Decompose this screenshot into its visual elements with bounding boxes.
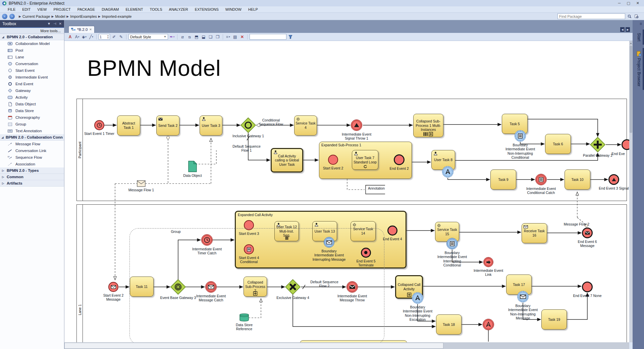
toolbox-item-choreography[interactable]: Choreography <box>0 114 64 121</box>
connector-style-icon[interactable]: ⌗▾ <box>225 34 231 40</box>
space-vert-icon[interactable]: ⬓ <box>201 34 207 40</box>
toolbox-item-data-object[interactable]: Data Object <box>0 101 64 107</box>
hamburger-icon[interactable]: ≡ <box>640 21 642 26</box>
find-package-input[interactable] <box>557 13 625 19</box>
menu-analyzer[interactable]: ANALYZER <box>166 7 191 12</box>
close-icon[interactable]: ✕ <box>636 1 639 5</box>
toolbox-section-header[interactable]: ▷Artifacts <box>0 180 64 187</box>
toolbox-dropdown-icon[interactable]: ▼ <box>47 22 51 26</box>
line-color-icon[interactable]: ╱▾ <box>88 34 94 40</box>
scroll-tabs-right-icon[interactable]: ▶ <box>626 27 630 32</box>
bpmn-event[interactable] <box>94 120 104 130</box>
bpmn-event[interactable] <box>608 174 619 185</box>
scroll-tabs-left-icon[interactable]: ◀ <box>620 27 625 32</box>
align-right-icon[interactable]: ⧅ <box>186 34 193 40</box>
back-button[interactable]: ‹ <box>2 14 7 19</box>
toolbox-item-start-event[interactable]: Start Event <box>0 67 64 74</box>
message-envelope-icon[interactable] <box>137 180 146 187</box>
bpmn-event[interactable] <box>442 166 453 178</box>
toolbox-item-sequence-flow[interactable]: SFSequence Flow <box>0 154 64 161</box>
minimize-icon[interactable]: ─ <box>618 1 621 5</box>
toolbox-item-pool[interactable]: Pool <box>0 47 64 54</box>
diagram-properties-icon[interactable]: ▤ <box>232 34 238 40</box>
toolbox-item-lane[interactable]: Lane <box>0 54 64 60</box>
bpmn-event[interactable] <box>351 119 362 131</box>
toolbox-item-group[interactable]: Group <box>0 121 64 128</box>
bpmn-event[interactable] <box>412 292 423 304</box>
breadcrumb-item[interactable]: Imported-example <box>102 14 132 18</box>
toolbox-item-text-annotation[interactable]: ABCText Annotation <box>0 128 64 134</box>
breadcrumb-item[interactable]: Model <box>55 14 65 18</box>
toolbox-item-conversation-link[interactable]: Conversation Link <box>0 147 64 154</box>
align-left-icon[interactable]: ⧄ <box>179 34 185 40</box>
toolbox-item-data-store[interactable]: Data Store <box>0 107 64 114</box>
bpmn-task[interactable]: Task 10 <box>565 169 590 190</box>
fill-color-icon[interactable]: ◈▾ <box>81 34 87 40</box>
more-tools-link[interactable]: More tools... <box>40 29 61 33</box>
bpmn-event[interactable] <box>582 228 593 238</box>
bpmn-task[interactable]: Collapsed Sub-Process 1 Multi-Instances <box>413 114 443 137</box>
bpmn-connector[interactable] <box>347 179 365 190</box>
bpmn-task[interactable]: Send Task 2 <box>156 115 179 136</box>
breadcrumb[interactable]: ▶Current Package▶Model▶ImportExamples▶Im… <box>19 14 131 18</box>
bpmn-event[interactable] <box>483 319 494 330</box>
toolbar-filter-input[interactable] <box>250 34 286 40</box>
send-back-icon[interactable]: ❐ <box>215 34 221 40</box>
bpmn-task[interactable]: Task 9 <box>490 169 516 190</box>
format-painter-icon[interactable]: ✐ <box>111 34 117 40</box>
bpmn-task[interactable]: Service Task 15 <box>435 222 459 242</box>
menu-window[interactable]: WINDOW <box>222 7 245 12</box>
line-width-stepper[interactable]: 1▲▼ <box>99 34 110 40</box>
delete-icon[interactable]: ✕ <box>239 34 245 40</box>
toolbox-item-collaboration-model[interactable]: Collaboration Model <box>0 40 64 47</box>
toolbox-section-header[interactable]: ▷Common <box>0 174 64 180</box>
toolbox-item-association[interactable]: Association <box>0 161 64 167</box>
bpmn-event[interactable] <box>328 155 338 165</box>
tab-start[interactable]: Start <box>633 30 644 45</box>
scroll-up-icon[interactable]: ▲ <box>629 41 633 45</box>
tab-b20[interactable]: *B.2.0 ✕ <box>68 26 95 33</box>
menu-element[interactable]: ELEMENT <box>122 7 146 12</box>
menu-project[interactable]: PROJECT <box>50 7 73 12</box>
bpmn-task[interactable]: User Task 8 <box>431 150 455 170</box>
pin-icon[interactable]: ⊣ <box>53 22 56 26</box>
maximize-icon[interactable]: ▢ <box>627 1 630 5</box>
bpmn-event[interactable] <box>517 291 529 302</box>
menu-diagram[interactable]: DIAGRAM <box>99 7 122 12</box>
bpmn-event[interactable] <box>515 130 526 142</box>
toolbox-section-header[interactable]: ◢BPMN 2.0 - Collaboration Conn <box>0 134 64 141</box>
advanced-search-icon[interactable] <box>634 14 639 19</box>
menu-tools[interactable]: TOOLS <box>147 7 165 12</box>
menu-file[interactable]: FILE <box>5 7 18 12</box>
bpmn-task[interactable]: Receive Task 16 <box>522 223 547 243</box>
toolbox-item-activity[interactable]: Activity <box>0 94 64 101</box>
toolbox-item-gateway[interactable]: Gateway <box>0 87 64 94</box>
bpmn-event[interactable] <box>582 282 593 292</box>
toolbox-item-conversation[interactable]: Conversation <box>0 60 64 67</box>
tab-close-icon[interactable]: ✕ <box>89 28 92 31</box>
space-horz-icon[interactable]: ⬒ <box>194 34 200 40</box>
bpmn-text-annotation[interactable]: Annotation <box>365 185 385 194</box>
text-color-icon[interactable]: A <box>67 34 73 40</box>
horizontal-scrollbar[interactable] <box>64 342 629 349</box>
diagram-canvas[interactable]: BPMN ModelParticipantLane 1Abstract Task… <box>64 41 629 342</box>
bpmn-data-object[interactable] <box>188 161 197 172</box>
bpmn-event[interactable] <box>387 226 397 236</box>
breadcrumb-item[interactable]: ImportExamples <box>70 14 97 18</box>
toolbox-section-header[interactable]: ▷BPMN 2.0 - Types <box>0 167 64 174</box>
bpmn-task[interactable]: User Task 3 <box>200 115 222 136</box>
bpmn-task[interactable]: Task 5 <box>502 114 528 134</box>
menu-view[interactable]: VIEW <box>34 7 50 12</box>
menu-help[interactable]: HELP <box>245 7 261 12</box>
bpmn-task[interactable]: Service Task 4 <box>294 115 317 136</box>
filter-funnel-icon[interactable] <box>287 34 293 40</box>
vertical-scroll-thumb[interactable] <box>630 46 632 133</box>
bpmn-task[interactable]: Task 6 <box>545 134 571 154</box>
tab-project-browser[interactable]: Project Browser <box>633 48 644 90</box>
bpmn-event[interactable] <box>446 238 458 249</box>
bpmn-event[interactable] <box>108 282 118 292</box>
toolbox-item-intermediate-event[interactable]: Intermediate Event <box>0 74 64 81</box>
toolbox-section-header[interactable]: ◢BPMN 2.0 - Collaboration <box>0 34 64 40</box>
bpmn-connector[interactable] <box>196 150 216 164</box>
search-icon[interactable] <box>627 14 632 19</box>
